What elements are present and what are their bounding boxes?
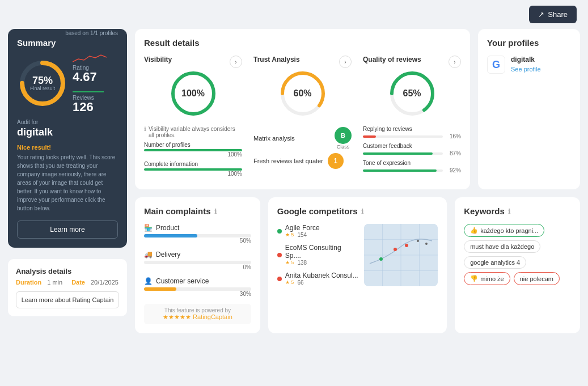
product-icon: 🏪 [144,224,153,232]
customer-service-icon: 👤 [144,277,153,285]
matrix-row: Matrix analysis B Class [253,127,352,150]
trust-gauge: 60% [277,68,328,119]
company-name: digitalk [17,126,118,138]
info-icon: ℹ [144,126,146,132]
complaints-title: Main complaints [144,206,211,216]
visibility-note: ℹ Visibility variable always considers a… [144,126,242,138]
keywords-info-icon[interactable]: ℹ [508,207,511,215]
b-class-badge: B [335,127,352,144]
keyword-text-4: nie polecam [520,275,553,282]
keyword-chip-0: 👍 każdego kto pragni... [464,224,544,237]
final-pct: 75% [30,75,55,86]
delivery-label: Delivery [156,251,180,258]
replying-metric: Replying to reviews 16% [363,126,461,139]
ecoms-stars: ★ 5 [285,260,294,266]
agile-stars: ★ 5 [285,232,294,238]
tone-metric: Tone of expression 92% [363,160,461,173]
fresh-row: Fresh reviews last quater 1 [253,153,352,169]
agile-name: Agile Force [285,224,358,232]
donut-gauge: 75% Final result [17,58,68,109]
svg-point-19 [417,240,419,242]
anita-reviews: 66 [297,279,303,286]
profile-item: G digitalk See profile [487,56,571,74]
visibility-col: Visibility › 100% ℹ Visibili [144,56,242,180]
delivery-icon: 🚚 [144,251,153,258]
thumb-down-icon: 👎 [470,275,478,282]
right-content: Result details Visibility › [135,29,580,333]
comp-anita: Anita Kubanek Consul... ★ 5 66 [277,272,358,286]
keyword-text-0: każdego kto pragni... [480,227,538,234]
anita-dot [277,277,282,281]
rating-captain-button[interactable]: Learn more about Rating Captain [16,291,119,308]
quality-chevron[interactable]: › [449,56,461,68]
fresh-val: 1 [328,153,344,169]
trust-chevron[interactable]: › [339,56,352,68]
customer-service-label: Customer service [156,277,209,285]
complaint-customer-service: 👤 Customer service 30% [144,277,251,297]
keywords-title-row: Keywords ℹ [464,206,571,216]
comp-agile: Agile Force ★ 5 154 [277,224,358,238]
sub-metric-profiles: Number of profiles 100% [144,142,242,158]
date-label: Date [71,279,85,286]
keyword-text-1: must have dla każdego [470,243,534,250]
feedback-metric: Customer feedback 87% [363,143,461,156]
trust-pct: 60% [293,88,311,99]
complaints-panel: Main complaints ℹ 🏪 Product 50% 🚚 Delive… [135,197,260,333]
visibility-title: Visibility [144,56,172,63]
result-desc: Your rating looks pretty well. This scor… [17,153,118,213]
trust-col: Trust Analysis › 60% Matrix analysis [253,56,352,180]
svg-point-20 [425,243,428,245]
keywords-title: Keywords [464,206,505,216]
powered-name: ★★★★★ RatingCaptain [147,313,248,321]
see-profile-link[interactable]: See profile [511,66,541,73]
keyword-text-3: mimo że [480,275,504,282]
fresh-label: Fresh reviews last quater [253,158,323,164]
quality-sub-metrics: Replying to reviews 16% Customer feedbac… [363,126,461,177]
quality-pct: 65% [403,88,421,99]
keyword-chips: 👍 każdego kto pragni... must have dla ka… [464,224,571,285]
complaint-product: 🏪 Product 50% [144,224,251,244]
matrix-label: Matrix analysis [253,135,330,142]
ecoms-reviews: 138 [297,260,307,266]
powered-by-text: This feature is powered by [147,307,248,313]
competitors-title-row: Google competitors ℹ [277,206,438,216]
duration-val: 1 min [47,279,62,286]
quality-col: Quality of reviews › 65% [363,56,461,180]
quality-gauge: 65% [387,68,438,119]
keyword-chip-2: google analytics 4 [464,256,526,269]
sub-metric-info: Complete information 100% [144,161,242,177]
keyword-chip-1: must have dla każdego [464,240,540,253]
ecoms-name: EcoMS Consulting Sp.... [285,244,358,260]
profiles-title: Your profiles [487,38,571,48]
summary-panel: Summary based on 1/1 profiles 75% Final … [8,29,127,248]
info-label: Complete information [144,161,242,167]
result-details-title: Result details [144,38,461,48]
audit-label: Audit for [17,119,118,125]
profiles-label: Number of profiles [144,142,242,148]
map-area [364,224,438,286]
date-val: 20/1/2025 [91,279,119,286]
visibility-chevron[interactable]: › [230,56,242,68]
keywords-panel: Keywords ℹ 👍 każdego kto pragni... must … [455,197,580,333]
thumb-up-icon: 👍 [470,227,478,234]
agile-reviews: 154 [297,232,307,238]
reviews-val: 126 [73,101,107,113]
share-button[interactable]: ↗ Share [529,6,577,23]
based-on: based on 1/1 profiles [65,30,118,36]
result-title: Nice result! [17,144,118,151]
agile-dot [277,229,282,234]
keyword-chip-3: 👎 mimo że [464,272,510,285]
ecoms-dot [277,253,282,257]
competitors-info-icon[interactable]: ℹ [361,207,364,215]
complaints-info-icon[interactable]: ℹ [214,207,217,215]
visibility-pct: 100% [181,88,205,99]
competitors-panel: Google competitors ℹ Agile Force ★ 5 154 [268,197,447,333]
learn-more-button[interactable]: Learn more [17,220,118,239]
anita-name: Anita Kubanek Consul... [285,272,358,279]
powered-by: This feature is powered by ★★★★★ RatingC… [144,304,251,324]
comp-ecoms: EcoMS Consulting Sp.... ★ 5 138 [277,244,358,266]
visibility-gauge: 100% [168,68,219,119]
google-icon: G [487,56,505,74]
share-icon: ↗ [538,10,544,19]
b-class-label: Class [335,144,352,150]
